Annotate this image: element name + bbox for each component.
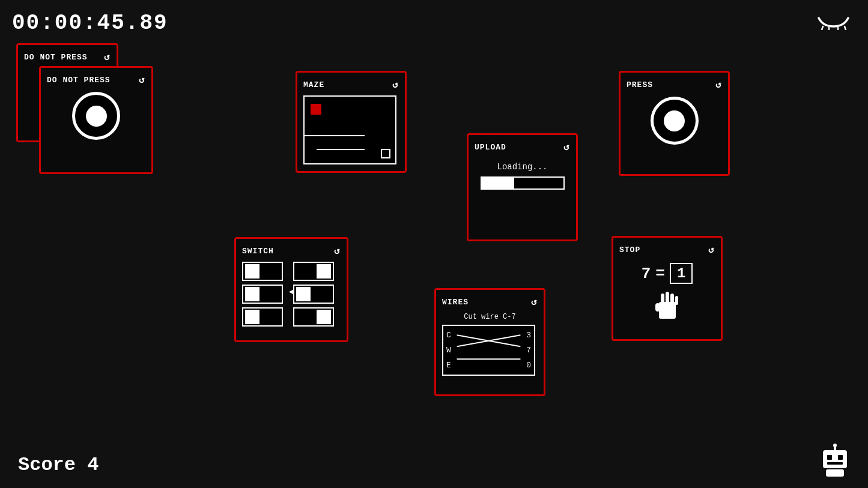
module-upload: UPLOAD ↺ Loading... xyxy=(467,133,578,241)
stop-eq-left: 7 xyxy=(642,265,651,283)
maze-wall-2 xyxy=(317,149,365,150)
switch-thumb-1 xyxy=(245,264,259,279)
module-title-maze: MAZE ↺ xyxy=(303,79,399,91)
refresh-icon-upload[interactable]: ↺ xyxy=(563,141,570,153)
svg-point-18 xyxy=(833,444,837,447)
svg-rect-13 xyxy=(823,450,847,468)
module-title-switch: SWITCH ↺ xyxy=(242,245,341,257)
wires-instruction: Cut wire C-7 xyxy=(442,313,538,321)
module-maze: MAZE ↺ xyxy=(296,71,407,173)
module-press: PRESS ↺ xyxy=(619,71,730,176)
svg-rect-12 xyxy=(655,303,660,312)
refresh-icon-press[interactable]: ↺ xyxy=(715,79,722,91)
stop-equation: 7 = 1 xyxy=(619,263,715,284)
module-do-not-press: DO NOT PRESS ↺ xyxy=(39,66,153,174)
press-button-inner xyxy=(664,110,685,131)
module-title-wires: WIRES ↺ xyxy=(442,296,538,308)
svg-rect-7 xyxy=(659,302,676,319)
press-button[interactable] xyxy=(651,97,699,145)
maze-wall-1 xyxy=(305,135,365,136)
switch-2[interactable] xyxy=(293,262,334,281)
switch-thumb-6 xyxy=(317,310,331,324)
module-title-stop: STOP ↺ xyxy=(619,244,715,256)
svg-rect-11 xyxy=(675,296,678,305)
svg-rect-14 xyxy=(827,455,832,460)
svg-rect-15 xyxy=(838,455,843,460)
refresh-icon-stop[interactable]: ↺ xyxy=(708,244,715,256)
switch-5[interactable] xyxy=(242,307,283,327)
do-not-press-button[interactable] xyxy=(72,92,120,140)
switch-grid: ◀ xyxy=(242,262,341,327)
svg-rect-9 xyxy=(666,292,669,304)
refresh-icon-wires[interactable]: ↺ xyxy=(531,296,538,308)
wires-svg xyxy=(443,326,534,375)
switch-thumb-2 xyxy=(317,264,331,279)
switch-thumb-3 xyxy=(245,287,259,301)
upload-loading-text: Loading... xyxy=(475,162,570,172)
module-title-upload: UPLOAD ↺ xyxy=(475,141,570,153)
svg-line-0 xyxy=(822,26,823,30)
eye-icon[interactable] xyxy=(817,11,850,37)
refresh-icon-maze[interactable]: ↺ xyxy=(392,79,399,91)
score-display: Score 4 xyxy=(18,454,99,476)
timer-display: 00:00:45.89 xyxy=(12,11,168,35)
svg-rect-16 xyxy=(827,462,843,465)
stop-hand-icon xyxy=(653,290,682,321)
wires-area[interactable]: C W E 3 7 0 xyxy=(442,325,535,376)
switch-4[interactable] xyxy=(293,285,334,304)
maze-player xyxy=(311,104,321,115)
switch-6[interactable] xyxy=(293,307,334,327)
do-not-press-button-inner xyxy=(86,106,107,127)
refresh-icon-dnp2[interactable]: ↺ xyxy=(139,74,145,86)
maze-goal xyxy=(381,149,390,158)
stop-eq-right: 1 xyxy=(670,263,693,284)
module-title-dnp1: DO NOT PRESS ↺ xyxy=(24,51,111,63)
robot-icon xyxy=(817,443,853,479)
module-title-dnp2: DO NOT PRESS ↺ xyxy=(47,74,145,86)
upload-progress-fill xyxy=(482,178,514,188)
switch-1[interactable] xyxy=(242,262,283,281)
module-stop: STOP ↺ 7 = 1 xyxy=(612,236,723,341)
module-title-press: PRESS ↺ xyxy=(627,79,722,91)
svg-rect-19 xyxy=(826,469,844,477)
maze-area[interactable] xyxy=(303,95,396,164)
switch-3[interactable] xyxy=(242,285,283,304)
stop-hand-container[interactable] xyxy=(619,290,715,321)
module-wires: WIRES ↺ Cut wire C-7 C W E 3 7 0 xyxy=(434,288,545,396)
module-switch: SWITCH ↺ ◀ xyxy=(234,237,348,342)
refresh-icon-dnp1[interactable]: ↺ xyxy=(104,51,111,63)
stop-eq-equals: = xyxy=(655,265,665,283)
switch-thumb-5 xyxy=(245,310,259,324)
svg-line-3 xyxy=(845,26,846,30)
switch-arrow-indicator: ◀ xyxy=(289,286,294,296)
refresh-icon-switch[interactable]: ↺ xyxy=(334,245,341,257)
switch-thumb-4 xyxy=(296,287,311,301)
svg-rect-10 xyxy=(670,294,674,304)
upload-progress-bar xyxy=(481,176,565,190)
svg-rect-8 xyxy=(661,294,664,304)
